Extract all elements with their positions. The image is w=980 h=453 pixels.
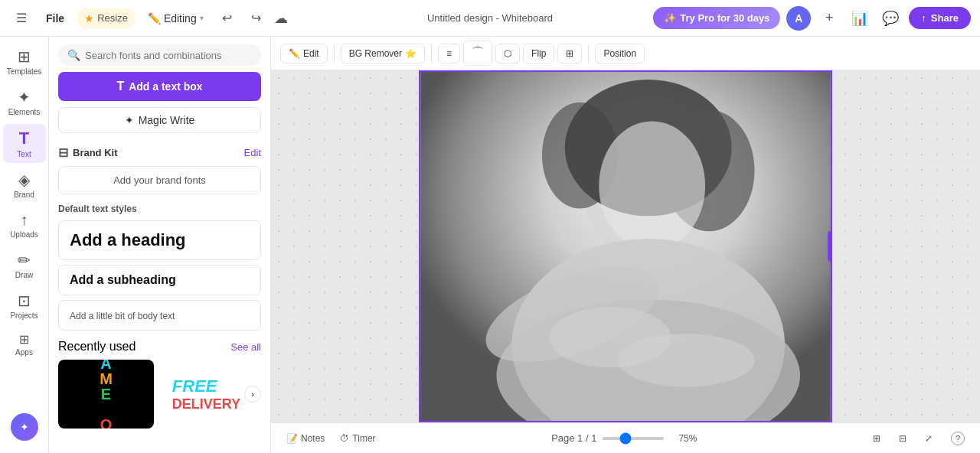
sidebar-item-uploads[interactable]: ↑ Uploads xyxy=(3,207,46,243)
timer-button[interactable]: ⏱ Timer xyxy=(334,430,381,447)
bottom-right: ⊞ ⊟ ⤢ ? xyxy=(867,429,971,448)
sidebar-item-projects[interactable]: ⊡ Projects xyxy=(3,287,46,324)
projects-label: Projects xyxy=(10,311,38,320)
edit-label: Edit xyxy=(303,48,319,59)
add-brand-fonts-button[interactable]: Add your brand fonts xyxy=(58,166,261,194)
corner-icon: ⌒ xyxy=(472,45,484,61)
texture-icon: ⊞ xyxy=(566,48,573,59)
pages-view-button[interactable]: ⊟ xyxy=(893,430,913,447)
chart-icon: 📊 xyxy=(851,10,868,27)
corner-button[interactable]: ⌒ xyxy=(463,41,492,66)
elements-label: Elements xyxy=(8,108,41,116)
zoom-percentage: 75% xyxy=(670,433,697,444)
pro-label: Try Pro for 30 days xyxy=(680,12,769,24)
canvas-area[interactable]: w: 878 h: 750 xyxy=(271,70,980,422)
brand-kit-edit-label: Edit xyxy=(244,147,261,158)
sidebar-item-text[interactable]: T Text xyxy=(3,124,46,163)
bg-remover-star-icon: ⭐ xyxy=(405,48,416,59)
file-label: File xyxy=(46,12,64,24)
pro-trial-button[interactable]: ✨ Try Pro for 30 days xyxy=(653,7,780,29)
resize-star-icon: ★ xyxy=(84,12,94,24)
magic-icon: ✦ xyxy=(20,421,29,433)
texture-button[interactable]: ⊞ xyxy=(557,44,582,64)
heading-text: Add a heading xyxy=(70,230,186,249)
cloud-save-button[interactable]: ☁ xyxy=(274,10,288,27)
crop-button[interactable]: ⬡ xyxy=(495,44,520,64)
bottom-center: Page 1 / 1 75% xyxy=(382,432,867,444)
notes-icon: 📝 xyxy=(286,433,298,444)
comments-button[interactable]: 💬 xyxy=(878,6,903,31)
timer-icon: ⏱ xyxy=(340,433,349,444)
apps-icon: ⊞ xyxy=(19,332,29,347)
bg-remover-button[interactable]: BG Remover ⭐ xyxy=(341,44,425,64)
notes-button[interactable]: 📝 Notes xyxy=(280,430,331,447)
hamburger-menu-button[interactable]: ☰ xyxy=(9,6,34,31)
add-textbox-button[interactable]: T Add a text box xyxy=(58,72,261,101)
timer-label: Timer xyxy=(352,433,375,444)
heading-style-item[interactable]: Add a heading xyxy=(58,220,261,260)
sidebar-item-templates[interactable]: ⊞ Templates xyxy=(3,43,46,80)
help-button[interactable]: ? xyxy=(945,429,971,448)
projects-icon: ⊡ xyxy=(18,292,31,310)
toolbar-separator-2 xyxy=(431,44,432,63)
lines-button[interactable]: ≡ xyxy=(438,44,460,64)
analytics-button[interactable]: 📊 xyxy=(848,6,872,31)
canvas-frame: w: 878 h: 750 xyxy=(419,70,832,422)
font-samples-container: G A M E O N FREE DELIVERY › xyxy=(58,360,261,429)
font-samples-next-button[interactable]: › xyxy=(244,386,261,402)
canvas-toolbar: ✏️ Edit BG Remover ⭐ ≡ ⌒ ⬡ Flip ⊞ xyxy=(271,37,980,70)
brand-kit-edit-button[interactable]: Edit xyxy=(244,147,261,158)
sidebar-item-brand[interactable]: ◈ Brand xyxy=(3,166,46,204)
brand-label: Brand xyxy=(14,191,34,199)
grid-view-button[interactable]: ⊞ xyxy=(867,430,887,447)
zoom-slider[interactable] xyxy=(603,437,664,440)
text-panel: 🔍 T Add a text box ✦ Magic Write ⊟ Brand… xyxy=(49,37,271,453)
fullscreen-button[interactable]: ⤢ xyxy=(919,430,939,447)
sidebar-item-draw[interactable]: ✏ Draw xyxy=(3,246,46,284)
comment-icon: 💬 xyxy=(882,10,899,27)
text-label: Text xyxy=(17,150,31,158)
sidebar-item-elements[interactable]: ✦ Elements xyxy=(3,83,46,121)
user-avatar-button[interactable]: A xyxy=(786,6,811,31)
sidebar-item-apps[interactable]: ⊞ Apps xyxy=(3,328,46,361)
apps-label: Apps xyxy=(15,348,33,357)
resize-button[interactable]: ★ Resize xyxy=(77,8,136,28)
edit-toolbar-button[interactable]: ✏️ Edit xyxy=(280,44,328,64)
templates-icon: ⊞ xyxy=(18,47,31,66)
bottom-bar: 📝 Notes ⏱ Timer Page 1 / 1 75% ⊞ ⊟ xyxy=(271,422,980,453)
fullscreen-icon: ⤢ xyxy=(925,433,933,444)
elements-icon: ✦ xyxy=(18,88,31,106)
see-all-button[interactable]: See all xyxy=(230,341,261,353)
canvas-resize-handle[interactable] xyxy=(828,231,832,262)
recently-used-row: Recently used See all xyxy=(58,340,261,354)
body-style-item[interactable]: Add a little bit of body text xyxy=(58,300,261,331)
subheading-text: Add a subheading xyxy=(70,273,176,286)
brand-kit-icon: ⊟ xyxy=(58,145,68,160)
subheading-style-item[interactable]: Add a subheading xyxy=(58,265,261,295)
svg-point-5 xyxy=(599,121,705,250)
lines-icon: ≡ xyxy=(446,48,452,59)
topbar-right: ✨ Try Pro for 30 days A + 📊 💬 ↑ Share xyxy=(653,6,971,31)
editing-button[interactable]: ✏️ Editing ▾ xyxy=(142,8,210,28)
magic-write-button[interactable]: ✦ Magic Write xyxy=(58,107,261,133)
editing-label: Editing xyxy=(164,12,197,24)
redo-button[interactable]: ↪ xyxy=(245,7,268,30)
magic-button[interactable]: ✦ xyxy=(11,413,38,441)
grid-icon: ⊞ xyxy=(873,433,880,444)
add-brand-fonts-label: Add your brand fonts xyxy=(113,174,206,186)
body-text: Add a little bit of body text xyxy=(70,311,175,321)
free-delivery-text: FREE DELIVERY xyxy=(172,376,240,412)
position-button[interactable]: Position xyxy=(595,44,645,64)
share-button[interactable]: ↑ Share xyxy=(909,7,971,29)
add-profile-button[interactable]: + xyxy=(817,6,841,31)
notes-label: Notes xyxy=(301,433,325,444)
font-sample-delivery[interactable]: FREE DELIVERY xyxy=(158,360,254,429)
search-input[interactable] xyxy=(85,50,252,61)
undo-button[interactable]: ↩ xyxy=(216,7,239,30)
font-sample-game[interactable]: G A M E O N xyxy=(58,360,154,429)
flip-button[interactable]: Flip xyxy=(523,44,554,64)
file-menu-button[interactable]: File xyxy=(40,9,70,28)
search-wrap[interactable]: 🔍 xyxy=(58,44,261,66)
toolbar-separator-1 xyxy=(334,44,335,63)
photo-svg xyxy=(420,72,831,421)
